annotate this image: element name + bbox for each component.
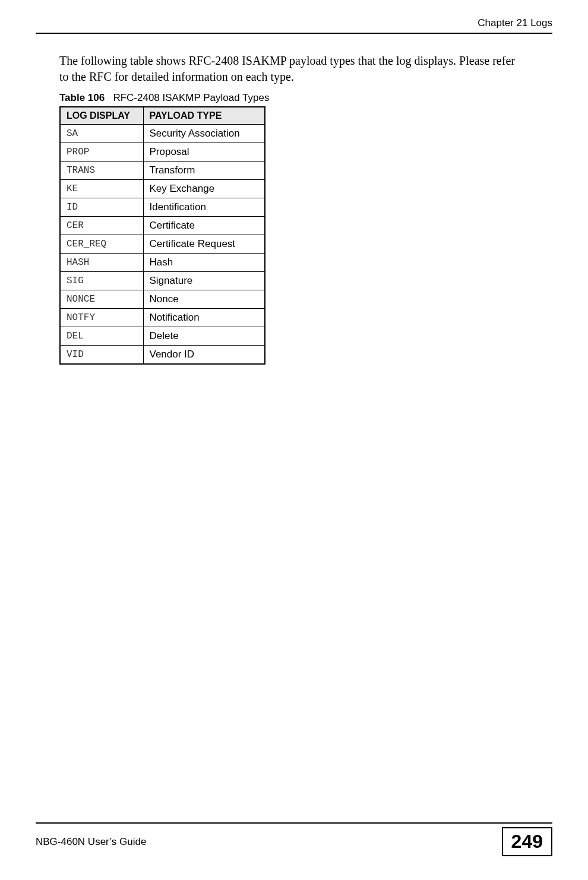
table-row: DELDelete: [60, 327, 265, 346]
table-row: NOTFYNotification: [60, 309, 265, 327]
log-display-cell: PROP: [60, 143, 143, 162]
log-display-cell: SA: [60, 125, 143, 143]
payload-type-cell: Security Association: [143, 125, 265, 143]
page-header: Chapter 21 Logs: [36, 15, 552, 33]
log-display-cell: CER: [60, 217, 143, 235]
log-display-cell: CER_REQ: [60, 235, 143, 254]
log-display-cell: NONCE: [60, 290, 143, 309]
page-footer: NBG-460N User’s Guide 249: [36, 822, 552, 856]
payload-type-cell: Identification: [143, 198, 265, 217]
log-display-cell: TRANS: [60, 162, 143, 180]
main-content: The following table shows RFC-2408 ISAKM…: [36, 36, 552, 822]
intro-paragraph: The following table shows RFC-2408 ISAKM…: [59, 53, 517, 85]
payload-type-cell: Certificate Request: [143, 235, 265, 254]
log-display-cell: SIG: [60, 272, 143, 290]
log-display-cell: HASH: [60, 254, 143, 272]
col-header-payload-type: PAYLOAD TYPE: [143, 107, 265, 125]
log-display-cell: NOTFY: [60, 309, 143, 327]
table-row: IDIdentification: [60, 198, 265, 217]
table-row: TRANSTransform: [60, 162, 265, 180]
table-row: SASecurity Association: [60, 125, 265, 143]
log-display-cell: DEL: [60, 327, 143, 346]
payload-type-cell: Hash: [143, 254, 265, 272]
table-row: CERCertificate: [60, 217, 265, 235]
payload-type-cell: Key Exchange: [143, 180, 265, 198]
payload-type-cell: Notification: [143, 309, 265, 327]
guide-name: NBG-460N User’s Guide: [36, 836, 146, 848]
table-title: RFC-2408 ISAKMP Payload Types: [113, 92, 269, 103]
payload-type-cell: Vendor ID: [143, 346, 265, 365]
payload-type-cell: Signature: [143, 272, 265, 290]
header-rule: [36, 33, 552, 34]
payload-type-cell: Certificate: [143, 217, 265, 235]
table-row: CER_REQCertificate Request: [60, 235, 265, 254]
col-header-log-display: LOG DISPLAY: [60, 107, 143, 125]
table-row: SIGSignature: [60, 272, 265, 290]
payload-type-cell: Delete: [143, 327, 265, 346]
table-caption: Table 106 RFC-2408 ISAKMP Payload Types: [59, 92, 552, 104]
table-row: KEKey Exchange: [60, 180, 265, 198]
log-display-cell: KE: [60, 180, 143, 198]
log-display-cell: VID: [60, 346, 143, 365]
payload-type-cell: Proposal: [143, 143, 265, 162]
page-number: 249: [502, 827, 552, 856]
table-row: PROPProposal: [60, 143, 265, 162]
log-display-cell: ID: [60, 198, 143, 217]
payload-table: LOG DISPLAY PAYLOAD TYPE SASecurity Asso…: [59, 106, 265, 365]
table-row: VIDVendor ID: [60, 346, 265, 365]
table-row: NONCENonce: [60, 290, 265, 309]
table-number: Table 106: [59, 92, 105, 103]
chapter-title: Chapter 21 Logs: [478, 17, 552, 29]
payload-type-cell: Transform: [143, 162, 265, 180]
payload-type-cell: Nonce: [143, 290, 265, 309]
table-row: HASHHash: [60, 254, 265, 272]
